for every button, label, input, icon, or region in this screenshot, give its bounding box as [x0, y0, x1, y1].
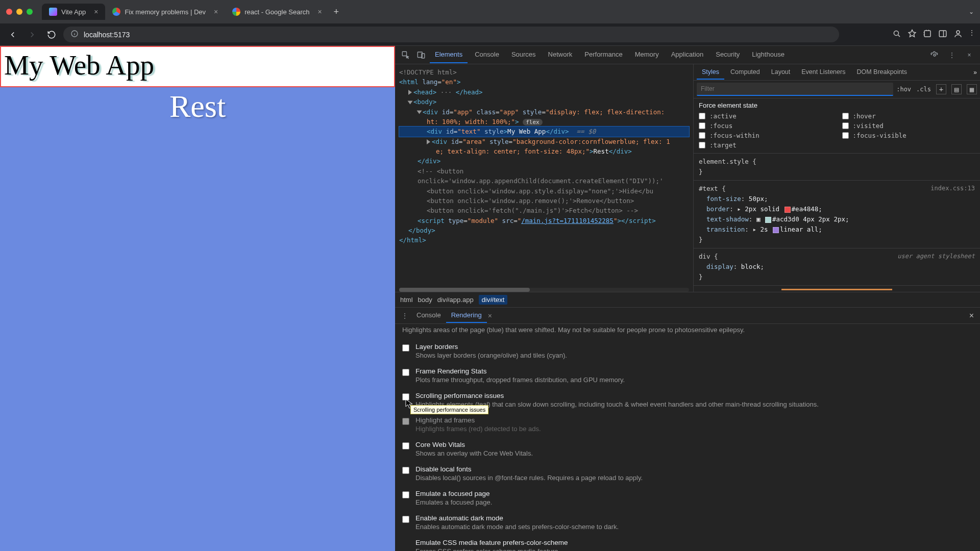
browser-tab-google-search[interactable]: react - Google Search ×	[225, 4, 329, 20]
extensions-icon[interactable]	[923, 29, 932, 40]
kebab-menu-icon[interactable]: ⋮	[945, 48, 959, 62]
render-opt-core-web-vitals[interactable]: Core Web VitalsShows an overlay with Cor…	[402, 437, 973, 461]
render-opt-frame-stats[interactable]: Frame Rendering StatsPlots frame through…	[402, 363, 973, 388]
rendering-icon[interactable]: ▦	[967, 84, 977, 94]
crumb-html[interactable]: html	[400, 296, 413, 304]
close-tab-icon[interactable]: ×	[94, 8, 98, 16]
styles-tab-dom-breakpoints[interactable]: DOM Breakpoints	[851, 65, 912, 80]
state-focus-visible[interactable]: :focus-visible	[842, 132, 975, 139]
crumb-app[interactable]: div#app.app	[437, 296, 474, 304]
site-info-icon[interactable]	[70, 30, 79, 39]
force-state-title: Force element state	[699, 102, 975, 109]
state-hover[interactable]: :hover	[842, 112, 975, 120]
crumb-text[interactable]: div#text	[479, 295, 508, 305]
easing-swatch-icon[interactable]	[773, 227, 779, 233]
forward-button[interactable]	[24, 27, 40, 42]
tab-memory[interactable]: Memory	[630, 46, 664, 63]
tab-elements[interactable]: Elements	[430, 46, 468, 63]
drawer-tab-rendering[interactable]: Rendering	[446, 308, 487, 323]
styles-filter-input[interactable]	[697, 83, 893, 96]
css-source-link[interactable]: index.css:13	[930, 184, 975, 193]
checkbox[interactable]	[402, 418, 409, 425]
styles-overflow-icon[interactable]: »	[973, 69, 977, 76]
close-tab-icon[interactable]: ×	[317, 8, 322, 16]
close-window-button[interactable]	[6, 9, 12, 15]
crumb-body[interactable]: body	[418, 296, 432, 304]
styles-tab-layout[interactable]: Layout	[766, 65, 796, 80]
css-rule-div-ua[interactable]: user agent stylesheet div { display: blo…	[694, 248, 980, 286]
cls-toggle[interactable]: .cls	[916, 86, 931, 93]
tab-sources[interactable]: Sources	[506, 46, 541, 63]
render-opt-disable-local-fonts[interactable]: Disable local fontsDisables local() sour…	[402, 461, 973, 486]
close-devtools-icon[interactable]: ×	[963, 48, 976, 62]
drawer-top-note: Highlights areas of the page (blue) that…	[402, 326, 973, 334]
close-rendering-tab-icon[interactable]: ×	[488, 312, 492, 320]
render-opt-emulate-focused[interactable]: Emulate a focused pageEmulates a focused…	[402, 486, 973, 510]
checkbox[interactable]	[402, 369, 409, 376]
tab-performance[interactable]: Performance	[579, 46, 627, 63]
svg-rect-3	[939, 31, 946, 37]
svg-point-1	[894, 31, 898, 35]
back-button[interactable]	[5, 27, 20, 42]
devtools-drawer: ⋮ Console Rendering × × Highlights areas…	[395, 307, 980, 551]
state-visited[interactable]: :visited	[842, 122, 975, 130]
flex-badge[interactable]: flex	[523, 119, 543, 126]
profile-icon[interactable]	[953, 29, 963, 40]
render-opt-layer-borders[interactable]: Layer bordersShows layer borders (orange…	[402, 339, 973, 363]
color-swatch-icon[interactable]	[765, 217, 771, 223]
maximize-window-button[interactable]	[27, 9, 33, 15]
tab-network[interactable]: Network	[543, 46, 578, 63]
browser-tab-vite-app[interactable]: Vite App ×	[42, 4, 105, 20]
checkbox[interactable]	[402, 442, 409, 449]
state-focus[interactable]: :focus	[699, 122, 832, 130]
reload-button[interactable]	[44, 27, 59, 42]
new-rule-icon[interactable]: +	[936, 84, 946, 94]
device-toolbar-icon[interactable]	[414, 48, 428, 62]
search-icon[interactable]	[892, 29, 901, 40]
address-bar[interactable]: localhost:5173	[63, 27, 839, 42]
checkbox[interactable]	[402, 467, 409, 474]
state-target[interactable]: :target	[699, 141, 832, 149]
bookmark-star-icon[interactable]	[908, 29, 917, 40]
tab-application[interactable]: Application	[666, 46, 709, 63]
checkbox[interactable]	[402, 516, 409, 523]
dom-tree[interactable]: <!DOCTYPE html> <html lang="en"> <head> …	[395, 64, 693, 292]
minimize-window-button[interactable]	[16, 9, 22, 15]
render-opt-auto-dark-mode[interactable]: Enable automatic dark modeEnables automa…	[402, 510, 973, 535]
svg-rect-2	[924, 31, 930, 37]
styles-tab-styles[interactable]: Styles	[697, 65, 724, 80]
drawer-tab-console[interactable]: Console	[411, 308, 446, 323]
shadow-editor-icon[interactable]: ▣	[756, 215, 761, 223]
state-focus-within[interactable]: :focus-within	[699, 132, 832, 139]
chevron-down-icon[interactable]: ⌄	[969, 8, 974, 15]
styles-tab-computed[interactable]: Computed	[725, 65, 765, 80]
render-opt-scrolling-perf[interactable]: Scrolling performance issuesHighlights e…	[402, 388, 973, 412]
render-opt-prefers-color-scheme[interactable]: Emulate CSS media feature prefers-color-…	[402, 535, 973, 551]
tab-console[interactable]: Console	[470, 46, 504, 63]
kebab-menu-icon[interactable]: ⋮	[969, 29, 975, 40]
devtools-panel: Elements Console Sources Network Perform…	[395, 46, 980, 551]
styles-tab-event-listeners[interactable]: Event Listeners	[796, 65, 850, 80]
close-tab-icon[interactable]: ×	[214, 8, 218, 16]
computed-toggle-icon[interactable]: ▤	[951, 84, 962, 94]
tab-lighthouse[interactable]: Lighthouse	[747, 46, 790, 63]
inspect-element-icon[interactable]	[399, 48, 412, 62]
dom-horizontal-scrollbar[interactable]	[399, 288, 689, 292]
css-rule-element-style[interactable]: element.style {}	[694, 154, 980, 181]
color-swatch-icon[interactable]	[785, 207, 791, 213]
css-rule-text[interactable]: index.css:13 #text { font-size: 50px; bo…	[694, 181, 980, 248]
close-drawer-icon[interactable]: ×	[966, 311, 977, 320]
gear-icon[interactable]	[928, 48, 941, 62]
render-opt-ad-frames[interactable]: Highlight ad framesHighlights frames (re…	[402, 412, 973, 437]
checkbox[interactable]	[402, 491, 409, 498]
tab-security[interactable]: Security	[710, 46, 745, 63]
tab-title: Vite App	[61, 8, 86, 16]
browser-tab-devtools-doc[interactable]: Fix memory problems | Dev ×	[105, 4, 225, 20]
hov-toggle[interactable]: :hov	[896, 86, 911, 93]
drawer-menu-icon[interactable]: ⋮	[398, 309, 411, 322]
sidepanel-icon[interactable]	[938, 29, 947, 40]
state-active[interactable]: :active	[699, 112, 832, 120]
checkbox[interactable]	[402, 344, 409, 352]
new-tab-button[interactable]: +	[329, 5, 344, 19]
devtools-main-tabs: Elements Console Sources Network Perform…	[395, 46, 980, 64]
